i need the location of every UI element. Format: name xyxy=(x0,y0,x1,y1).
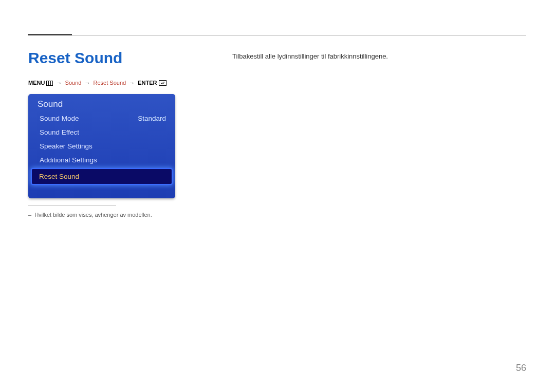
menu-item-label: Reset Sound xyxy=(39,173,79,180)
menu-item-label: Sound Mode xyxy=(40,115,79,122)
top-divider-accent xyxy=(28,34,72,35)
breadcrumb: MENU → Sound → Reset Sound → ENTER xyxy=(28,80,166,87)
arrow-icon: → xyxy=(55,80,64,86)
menu-item-speaker-settings[interactable]: Speaker Settings xyxy=(28,139,175,153)
menu-item-additional-settings[interactable]: Additional Settings xyxy=(28,153,175,167)
menu-item-reset-sound[interactable]: Reset Sound xyxy=(32,169,172,184)
menu-item-label: Speaker Settings xyxy=(40,142,92,150)
menu-item-label: Additional Settings xyxy=(40,156,97,164)
page: Reset Sound Tilbakestill alle lydinnstil… xyxy=(0,0,555,392)
breadcrumb-step-reset-sound: Reset Sound xyxy=(94,80,126,86)
breadcrumb-menu-label: MENU xyxy=(28,80,45,86)
menu-item-sound-effect[interactable]: Sound Effect xyxy=(28,125,175,139)
arrow-icon: → xyxy=(83,80,91,86)
footnote-bullet: – xyxy=(28,212,34,218)
page-title: Reset Sound xyxy=(28,49,122,67)
top-divider xyxy=(28,35,526,35)
menu-icon xyxy=(46,81,53,87)
page-description: Tilbakestill alle lydinnstillinger til f… xyxy=(232,52,388,60)
menu-header: Sound xyxy=(28,94,175,111)
breadcrumb-step-sound: Sound xyxy=(65,80,82,86)
menu-item-sound-mode[interactable]: Sound Mode Standard xyxy=(28,111,175,125)
page-number: 56 xyxy=(516,363,526,374)
breadcrumb-enter-label: ENTER xyxy=(138,80,157,86)
footnote-divider xyxy=(28,205,116,206)
enter-icon xyxy=(159,80,166,87)
footnote: –Hvilket bilde som vises, avhenger av mo… xyxy=(28,212,152,218)
menu-item-value: Standard xyxy=(138,115,166,122)
svg-rect-0 xyxy=(47,81,53,86)
arrow-icon: → xyxy=(127,80,136,86)
sound-menu-panel: Sound Sound Mode Standard Sound Effect S… xyxy=(28,94,175,198)
footnote-text: Hvilket bilde som vises, avhenger av mod… xyxy=(34,212,152,218)
menu-item-label: Sound Effect xyxy=(40,128,79,136)
